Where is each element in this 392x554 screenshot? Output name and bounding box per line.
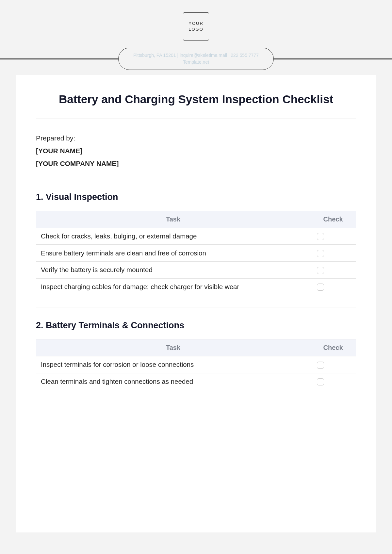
task-cell: Clean terminals and tighten connections … xyxy=(36,373,310,390)
divider xyxy=(36,179,356,179)
task-cell: Check for cracks, leaks, bulging, or ext… xyxy=(36,228,310,245)
logo-line2: LOGO xyxy=(188,26,204,32)
checklist-table-1: Task Check Check for cracks, leaks, bulg… xyxy=(36,211,356,295)
checkbox[interactable] xyxy=(317,267,324,274)
checklist-table-2: Task Check Inspect terminals for corrosi… xyxy=(36,339,356,390)
task-cell: Inspect terminals for corrosion or loose… xyxy=(36,356,310,373)
prepared-by-block: Prepared by: [YOUR NAME] [YOUR COMPANY N… xyxy=(36,132,356,170)
checkbox[interactable] xyxy=(317,250,324,257)
section-heading-2: 2. Battery Terminals & Connections xyxy=(36,320,356,331)
divider xyxy=(36,119,356,119)
checkbox[interactable] xyxy=(317,362,324,369)
table-row: Inspect charging cables for damage; chec… xyxy=(36,278,356,295)
table-row: Ensure battery terminals are clean and f… xyxy=(36,245,356,262)
section-heading-1: 1. Visual Inspection xyxy=(36,192,356,202)
task-cell: Ensure battery terminals are clean and f… xyxy=(36,245,310,262)
checkbox[interactable] xyxy=(317,378,324,385)
divider xyxy=(36,307,356,307)
task-cell: Inspect charging cables for damage; chec… xyxy=(36,278,310,295)
logo-line1: YOUR xyxy=(188,21,204,26)
logo-placeholder: YOUR LOGO xyxy=(183,12,209,41)
table-row: Clean terminals and tighten connections … xyxy=(36,373,356,390)
col-task: Task xyxy=(36,339,310,356)
site-line: Template.net xyxy=(183,59,209,66)
checkbox[interactable] xyxy=(317,233,324,240)
table-row: Inspect terminals for corrosion or loose… xyxy=(36,356,356,373)
col-task: Task xyxy=(36,211,310,228)
col-check: Check xyxy=(310,211,356,228)
document-page: Battery and Charging System Inspection C… xyxy=(16,75,376,532)
col-check: Check xyxy=(310,339,356,356)
prepared-name: [YOUR NAME] xyxy=(36,145,356,157)
divider xyxy=(36,402,356,402)
checkbox[interactable] xyxy=(317,284,324,291)
prepared-company: [YOUR COMPANY NAME] xyxy=(36,157,356,170)
prepared-label: Prepared by: xyxy=(36,132,356,145)
table-row: Verify the battery is securely mounted xyxy=(36,261,356,278)
page-title: Battery and Charging System Inspection C… xyxy=(36,91,356,107)
contact-line: Pittsburgh, PA 15201 | inquire@skeletime… xyxy=(133,52,259,59)
header-contact-pill: Pittsburgh, PA 15201 | inquire@skeletime… xyxy=(120,49,272,69)
table-row: Check for cracks, leaks, bulging, or ext… xyxy=(36,228,356,245)
task-cell: Verify the battery is securely mounted xyxy=(36,261,310,278)
